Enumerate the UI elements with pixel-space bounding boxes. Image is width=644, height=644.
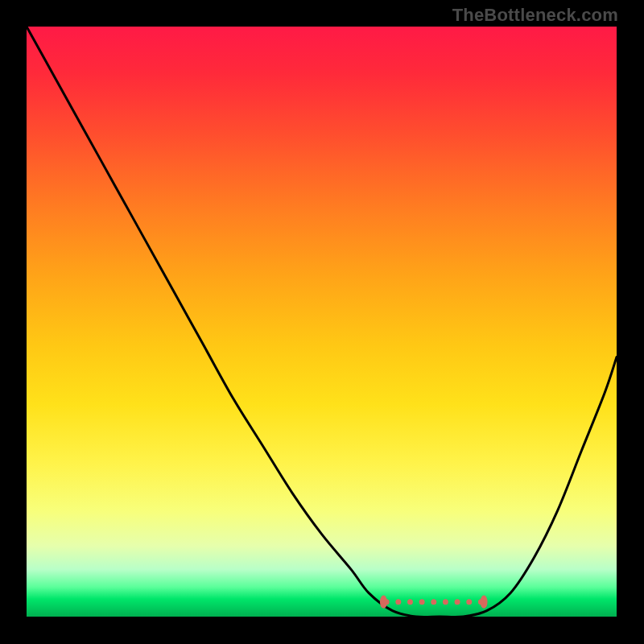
watermark-text: TheBottleneck.com xyxy=(452,5,618,26)
chart-gradient-background xyxy=(27,27,617,617)
chart-frame: TheBottleneck.com xyxy=(0,0,644,644)
